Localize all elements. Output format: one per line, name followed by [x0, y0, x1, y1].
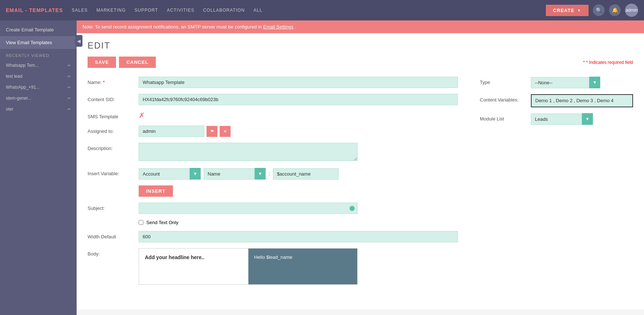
- description-label: Description:: [88, 143, 139, 151]
- content-sid-row: Content SID:: [88, 94, 458, 105]
- name-select-group: ▼: [204, 168, 266, 180]
- insert-button[interactable]: INSERT: [139, 185, 173, 197]
- assigned-to-controls: ⚑ ✕: [139, 126, 458, 137]
- assigned-to-row: Assigned to: ⚑ ✕: [88, 126, 458, 137]
- send-text-only-row: Send Text Only: [88, 220, 458, 225]
- body-left-panel[interactable]: Add your headline here..: [139, 249, 248, 284]
- content-sid-label: Content SID:: [88, 94, 139, 102]
- send-text-only-checkbox[interactable]: [139, 220, 143, 225]
- nav-sales[interactable]: SALES: [72, 6, 88, 14]
- module-list-input[interactable]: [531, 114, 582, 125]
- description-field: [139, 143, 458, 162]
- sms-template-label: SMS Template: [88, 111, 139, 119]
- search-icon[interactable]: 🔍: [593, 4, 605, 16]
- recent-item-0[interactable]: Whatsapp Tem... ✏: [0, 60, 77, 71]
- required-note: * * Indicates required field: [583, 60, 633, 65]
- type-row: Type ▼: [480, 77, 633, 88]
- body-row: Body: Add your headline here.. Hello $le…: [88, 248, 458, 285]
- name-field: [139, 77, 458, 88]
- name-select-input[interactable]: [204, 168, 255, 180]
- module-list-field: ▼: [531, 113, 633, 125]
- notification-banner: Note: To send record assignment notifica…: [77, 20, 644, 33]
- width-default-field: [139, 231, 458, 242]
- sidebar: ◀ Create Email Template View Email Templ…: [0, 20, 77, 315]
- subject-dot: [350, 206, 355, 211]
- insert-variable-row: Insert Variable: ▼ ▼: [88, 168, 458, 197]
- form-area: EDIT SAVE CANCEL * * Indicates required …: [77, 33, 644, 310]
- account-dropdown-button[interactable]: ▼: [190, 168, 201, 180]
- nav-items: SALES MARKETING SUPPORT ACTIVITIES COLLA…: [72, 6, 545, 14]
- edit-icon-3[interactable]: ✏: [68, 96, 71, 101]
- body-right-panel[interactable]: Hello $lead_name: [248, 249, 358, 284]
- form-toolbar: SAVE CANCEL * * Indicates required field: [88, 57, 633, 68]
- assigned-to-field: ⚑ ✕: [139, 126, 458, 137]
- content-variables-box[interactable]: Demo 1 , Demo 2 , Demo 3 , Demo 4: [531, 94, 633, 107]
- nav-collaboration[interactable]: COLLABORATION: [203, 6, 245, 14]
- sidebar-toggle[interactable]: ◀: [75, 35, 82, 47]
- type-input[interactable]: [531, 77, 589, 88]
- recent-item-3[interactable]: stem-gener... ✏: [0, 93, 77, 104]
- main-content: Note: To send record assignment notifica…: [77, 20, 644, 315]
- name-dropdown-button[interactable]: ▼: [255, 168, 266, 180]
- name-input[interactable]: [139, 77, 458, 88]
- body-field: Add your headline here.. Hello $lead_nam…: [139, 248, 458, 285]
- assigned-to-select-button[interactable]: ⚑: [207, 126, 217, 137]
- cancel-button[interactable]: CANCEL: [119, 57, 155, 68]
- email-settings-link[interactable]: Email Settings: [263, 24, 293, 30]
- save-button[interactable]: SAVE: [88, 57, 116, 68]
- type-label: Type: [480, 77, 531, 85]
- nav-marketing[interactable]: MARKETING: [96, 6, 126, 14]
- width-default-row: Width Default: [88, 231, 458, 242]
- content-variables-label: Content Variables:: [480, 94, 531, 103]
- sidebar-item-create-email-template[interactable]: Create Email Template: [0, 23, 77, 36]
- content-sid-input[interactable]: [139, 94, 458, 105]
- nav-support[interactable]: SUPPORT: [135, 6, 158, 14]
- description-textarea[interactable]: [139, 143, 358, 161]
- form-columns: Name: * Content SID:: [88, 77, 633, 291]
- module-list-label: Module List: [480, 113, 531, 122]
- nav-all[interactable]: ALL: [254, 6, 262, 14]
- recent-item-4[interactable]: oter ✏: [0, 104, 77, 115]
- recent-item-1[interactable]: test lead ✏: [0, 71, 77, 82]
- form-left-column: Name: * Content SID:: [88, 77, 480, 291]
- width-default-input[interactable]: [139, 231, 458, 242]
- account-select-input[interactable]: [139, 168, 190, 180]
- recent-item-2[interactable]: WhatsApp_+91... ✏: [0, 82, 77, 93]
- name-label: Name: *: [88, 77, 139, 85]
- edit-icon-4[interactable]: ✏: [68, 107, 71, 112]
- body-editor: Add your headline here.. Hello $lead_nam…: [139, 248, 358, 285]
- subject-label: Subject:: [88, 203, 139, 211]
- subject-input[interactable]: [139, 203, 358, 214]
- sms-template-checkbox-x[interactable]: ✗: [139, 111, 145, 119]
- page-layout: ◀ Create Email Template View Email Templ…: [0, 20, 644, 315]
- description-row: Description:: [88, 143, 458, 162]
- page-title: EDIT: [88, 41, 633, 51]
- sidebar-item-view-email-templates[interactable]: View Email Templates: [0, 36, 77, 49]
- assigned-to-label: Assigned to:: [88, 126, 139, 134]
- width-default-label: Width Default: [88, 231, 139, 239]
- module-list-row: Module List ▼: [480, 113, 633, 125]
- insert-variable-label: Insert Variable:: [88, 168, 139, 176]
- avatar[interactable]: admin: [625, 4, 638, 17]
- module-list-dropdown-button[interactable]: ▼: [582, 113, 593, 125]
- recently-viewed-title: Recently Viewed: [0, 49, 77, 60]
- edit-icon-2[interactable]: ✏: [68, 85, 71, 90]
- assigned-to-input[interactable]: [139, 126, 204, 137]
- type-dropdown-button[interactable]: ▼: [589, 77, 600, 88]
- form-toolbar-left: SAVE CANCEL: [88, 57, 156, 68]
- assigned-to-clear-button[interactable]: ✕: [220, 126, 231, 137]
- create-button[interactable]: CREATE ▼: [546, 5, 589, 16]
- send-text-only-label: Send Text Only: [146, 220, 178, 225]
- notifications-icon[interactable]: 🔔: [609, 4, 621, 16]
- brand-title: EMAIL - TEMPLATES: [6, 7, 63, 13]
- edit-icon-1[interactable]: ✏: [68, 74, 71, 79]
- sms-template-field: ✗: [139, 111, 458, 120]
- nav-activities[interactable]: ACTIVITIES: [167, 6, 194, 14]
- account-select-group: ▼: [139, 168, 201, 180]
- type-field: ▼: [531, 77, 633, 88]
- edit-icon-0[interactable]: ✏: [68, 63, 71, 68]
- variable-result-input[interactable]: [273, 168, 339, 180]
- insert-variable-field: ▼ ▼ : INSERT: [139, 168, 458, 197]
- body-label: Body:: [88, 248, 139, 257]
- content-sid-field: [139, 94, 458, 105]
